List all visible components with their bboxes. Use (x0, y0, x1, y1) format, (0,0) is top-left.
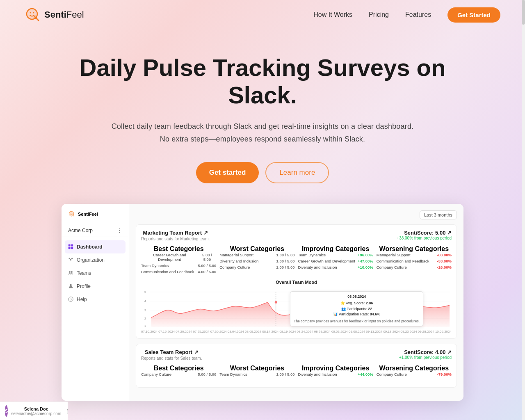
teams-icon (68, 270, 73, 276)
sidebar-item-dashboard[interactable]: Dashboard (65, 240, 126, 253)
sales-report-title: Sales Team Report ↗ (141, 349, 202, 355)
tooltip-avg: ⭐ Avg. Score: 2.86 (294, 301, 420, 306)
sidebar-org: Acme Corp ⋮ (62, 224, 129, 237)
scrollbar[interactable] (522, 0, 525, 420)
tooltip-rate: 📊 Participation Rate: 84.6% (294, 312, 420, 317)
marketing-report-title-block: Marketing Team Report ↗ Reports and stat… (141, 230, 210, 241)
svg-text:5: 5 (144, 290, 146, 293)
chart-tooltip: 08.08.2024 ⭐ Avg. Score: 2.86 👥 Particip… (290, 291, 423, 327)
sales-improving-header: Improving Categories (298, 365, 373, 372)
improving-categories-col: Improving Categories Team Dynamics +96.0… (298, 245, 373, 276)
categories-grid: Best Categories Career Growth and Develo… (141, 245, 452, 276)
sidebar-item-teams[interactable]: Teams (62, 267, 129, 280)
marketing-senti-score: SentiScore: 5.00 ↗ +38.00% from previous… (397, 230, 452, 240)
tooltip-date: 08.08.2024 (294, 294, 420, 300)
svg-line-10 (73, 215, 74, 216)
sales-worsening-header: Worsening Categories (377, 365, 452, 372)
best-item-1: Career Growth and Development 5.00 / 5.0… (141, 253, 216, 262)
help-icon: ? (68, 297, 73, 302)
logo-text: SentiFeel (44, 9, 84, 20)
sidebar-org-menu-icon[interactable]: ⋮ (117, 228, 122, 233)
hero-learn-more-button[interactable]: Learn more (265, 162, 329, 183)
worsening-item-1: Managerial Support -83.00% (377, 253, 452, 257)
worst-categories-header: Worst Categories (219, 245, 294, 253)
logo-icon (25, 7, 41, 23)
sidebar-logo-text: SentiFeel (78, 212, 98, 217)
sales-worst-item-1: Team Dynamics 1.00 / 5.00 (219, 372, 294, 377)
logo: SentiFeel (25, 7, 84, 23)
marketing-senti-score-value: SentiScore: 5.00 ↗ (397, 230, 452, 236)
chart-section: Overall Team Mood 5 4 (141, 280, 452, 333)
sidebar-item-help[interactable]: ? Help (62, 293, 129, 306)
dashboard-icon (68, 244, 73, 249)
sidebar: SentiFeel Acme Corp ⋮ Dashboard Organiza… (62, 204, 129, 401)
worst-item-1: Managerial Support 1.00 / 5.00 (219, 253, 294, 257)
navbar: SentiFeel How It Works Pricing Features … (0, 0, 525, 30)
sales-best-item-1: Company Culture 5.00 / 5.00 (141, 372, 216, 377)
svg-rect-14 (71, 247, 73, 249)
improving-item-2: Career Growth and Development +47.00% (298, 259, 373, 263)
sidebar-item-organization[interactable]: Organization (62, 253, 129, 267)
sales-senti-score-delta: +1.00% from previous period (399, 355, 452, 360)
svg-point-33 (275, 301, 277, 304)
chart-title: Overall Team Mood (141, 280, 452, 285)
svg-rect-17 (71, 258, 73, 259)
svg-rect-13 (68, 247, 71, 249)
svg-rect-12 (71, 244, 73, 247)
svg-rect-15 (69, 258, 70, 259)
hero-buttons: Get started Learn more (16, 162, 509, 183)
svg-point-3 (33, 12, 34, 14)
sales-improving-item-1: Diversity and Inclusion +44.00% (298, 372, 373, 377)
nav-features[interactable]: Features (405, 11, 431, 18)
sales-report-subtitle: Reports and stats for Sales team. (141, 356, 202, 361)
improving-item-1: Team Dynamics +96.00% (298, 253, 373, 257)
sales-team-report: Sales Team Report ↗ Reports and stats fo… (136, 344, 457, 388)
worst-item-3: Company Culture 2.00 / 5.00 (219, 265, 294, 269)
svg-point-2 (30, 12, 31, 14)
hero-headline: Daily Pulse Tracking Surveys on Slack. (78, 54, 447, 109)
tooltip-question: The company provides avenues for feedbac… (294, 319, 420, 324)
sidebar-logo-icon (68, 210, 75, 218)
best-categories-header: Best Categories (141, 245, 216, 253)
svg-point-9 (72, 213, 72, 213)
chart-x-labels: 07.10.2024 07.15.2024 07.20.2024 07.25.2… (141, 330, 452, 333)
sidebar-label-dashboard: Dashboard (77, 244, 103, 250)
sales-categories-grid: Best Categories Company Culture 5.00 / 5… (141, 365, 452, 378)
sidebar-item-profile[interactable]: Profile (62, 280, 129, 293)
svg-rect-16 (70, 259, 71, 260)
main-header: Last 3 months (136, 210, 457, 219)
marketing-senti-score-delta: +38.00% from previous period (397, 236, 452, 240)
svg-text:1: 1 (144, 324, 146, 327)
nav-get-started-button[interactable]: Get Started (447, 7, 500, 23)
marketing-report-title: Marketing Team Report ↗ (141, 230, 210, 236)
marketing-report-header: Marketing Team Report ↗ Reports and stat… (141, 230, 452, 241)
marketing-report-subtitle: Reports and stats for Marketing team. (141, 237, 210, 241)
best-item-2: Team Dynamics 5.00 / 5.00 (141, 263, 216, 268)
sidebar-label-teams: Teams (77, 270, 91, 276)
nav-how-it-works[interactable]: How It Works (313, 11, 352, 18)
worst-categories-col: Worst Categories Managerial Support 1.00… (219, 245, 294, 276)
main-content: Last 3 months Marketing Team Report ↗ Re… (129, 204, 463, 401)
sidebar-label-profile: Profile (77, 283, 91, 289)
improving-categories-header: Improving Categories (298, 245, 373, 253)
sales-worst-header: Worst Categories (219, 365, 294, 372)
sidebar-label-help: Help (77, 297, 87, 302)
sales-worsening-item-1: Company Culture -79.00% (377, 372, 452, 377)
sales-report-header: Sales Team Report ↗ Reports and stats fo… (141, 349, 452, 361)
dashboard-preview: SentiFeel Acme Corp ⋮ Dashboard Organiza… (62, 204, 463, 401)
hero-get-started-button[interactable]: Get started (196, 162, 259, 183)
nav-links: How It Works Pricing Features Get Starte… (313, 7, 500, 23)
sales-report-title-block: Sales Team Report ↗ Reports and stats fo… (141, 349, 202, 361)
svg-point-8 (71, 213, 71, 213)
nav-pricing[interactable]: Pricing (369, 11, 389, 18)
sales-senti-score-value: SentiScore: 4.00 ↗ (399, 349, 452, 355)
time-filter[interactable]: Last 3 months (420, 210, 457, 219)
organization-icon (68, 257, 73, 262)
best-categories-col: Best Categories Career Growth and Develo… (141, 245, 216, 276)
sales-best-header: Best Categories (141, 365, 216, 372)
scrollbar-thumb[interactable] (522, 0, 525, 25)
tooltip-participants: 👥 Participants: 22 (294, 306, 420, 312)
worsening-categories-col: Worsening Categories Managerial Support … (377, 245, 452, 276)
worst-item-2: Diversity and Inclusion 1.00 / 5.00 (219, 259, 294, 263)
best-item-3: Communication and Feedback 4.00 / 5.00 (141, 269, 216, 274)
